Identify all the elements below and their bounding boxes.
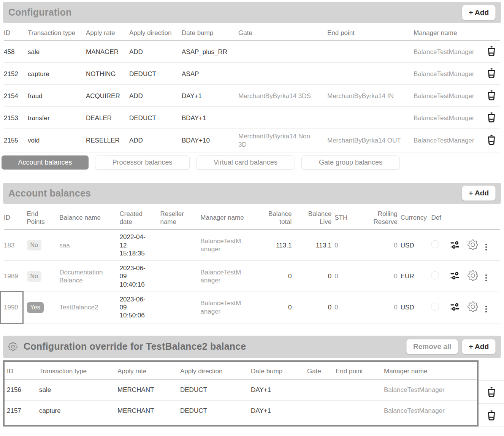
cell-balance-name: saa <box>59 241 104 249</box>
cell-rolling-reserve: 0 <box>358 261 401 292</box>
cell-end-point: MerchantByByrka14 IN <box>327 85 414 107</box>
cell-gate <box>238 107 327 129</box>
col-menu <box>484 204 500 230</box>
cell-transaction-type: void <box>28 129 86 152</box>
balances-tab-bar: Account balances Processor balances Virt… <box>2 155 504 170</box>
table-row: 2152 capture NOTHING DEDUCT ASAP Balance… <box>4 63 500 85</box>
cell-manager-name: BalanceTestManager <box>382 400 477 421</box>
default-radio[interactable] <box>431 240 439 248</box>
cell-manager-name: BalanceTestManager <box>200 237 242 254</box>
cell-reseller-name <box>160 292 200 323</box>
filters-button[interactable] <box>450 271 460 281</box>
col-apply-rate: Apply rate <box>86 23 129 41</box>
tab-virtual-card-balances[interactable]: Virtual card balances <box>196 155 295 170</box>
trash-icon <box>487 90 496 100</box>
trash-icon <box>487 410 496 420</box>
cell-date-bump: DAY+1 <box>182 85 238 107</box>
configuration-table-header: ID Transaction type Apply rate Apply dir… <box>4 23 500 41</box>
col-manager-name: Manager name <box>414 23 483 41</box>
col-rolling-reserve: Rolling Reserve <box>358 204 401 230</box>
table-row: 458 sale MANAGER ADD ASAP_plus_RR Balanc… <box>4 41 500 63</box>
override-highlight-box: ID Transaction type Apply rate Apply dir… <box>3 360 479 426</box>
cell-currency: EUR <box>401 261 431 292</box>
trash-icon <box>487 387 496 397</box>
override-header-bar: Configuration override for TestBalance2 … <box>3 336 501 358</box>
delete-button[interactable] <box>487 45 496 57</box>
delete-button[interactable] <box>487 134 496 146</box>
end-points-badge: Yes <box>27 302 44 313</box>
cell-balance-total: 0 <box>257 292 295 323</box>
cell-end-point: MerchantByByrka14 OUT <box>327 129 414 152</box>
row-menu-button[interactable] <box>484 304 488 314</box>
cell-transaction-type: capture <box>37 400 115 421</box>
cell-transaction-type: capture <box>28 63 86 85</box>
col-actions <box>483 23 500 41</box>
row-menu-button[interactable] <box>484 273 488 282</box>
cell-id: 2155 <box>4 129 28 152</box>
cell-gate <box>305 400 333 421</box>
end-points-badge: No <box>27 271 41 282</box>
col-transaction-type: Transaction type <box>37 362 115 379</box>
col-date-bump: Date bump <box>249 362 305 379</box>
col-created-date: Created date <box>120 204 160 230</box>
col-id: ID <box>4 204 27 230</box>
default-radio[interactable] <box>431 303 439 311</box>
cell-sth: 0 <box>334 292 358 323</box>
delete-button[interactable] <box>487 409 496 421</box>
cell-rolling-reserve: 0 <box>358 230 401 261</box>
configuration-add-button[interactable]: + Add <box>462 5 496 20</box>
gear-icon <box>468 301 478 312</box>
remove-all-button[interactable]: Remove all <box>406 339 458 354</box>
override-title: Configuration override for TestBalance2 … <box>24 341 246 352</box>
delete-button[interactable] <box>487 89 496 101</box>
cell-end-point <box>327 41 414 63</box>
cell-transaction-type: transfer <box>28 107 86 129</box>
table-row-selected: 1990 Yes TestBalance2 2023-06-09 10:50:0… <box>4 292 500 323</box>
cell-balance-name: TestBalance2 <box>59 303 104 311</box>
delete-button[interactable] <box>487 67 496 79</box>
cell-apply-direction: DEDUCT <box>178 379 249 400</box>
cell-reseller-name <box>160 230 200 261</box>
cell-gate <box>305 379 333 400</box>
table-row: 2156 sale MERCHANT DEDUCT DAY+1 BalanceT… <box>5 379 477 400</box>
row-menu-button[interactable] <box>484 243 488 252</box>
filters-button[interactable] <box>450 302 460 312</box>
tab-gate-group-balances[interactable]: Gate group balances <box>301 155 400 170</box>
configuration-title: Configuration <box>8 7 71 18</box>
cell-manager-name: BalanceTestManager <box>414 85 483 107</box>
col-manager-name: Manager name <box>200 204 256 230</box>
override-actions-column <box>479 360 504 426</box>
tab-processor-balances[interactable]: Processor balances <box>95 155 190 170</box>
table-row: 2157 capture MERCHANT DEDUCT DAY+1 Balan… <box>5 400 477 421</box>
cell-date-bump: ASAP_plus_RR <box>182 41 238 63</box>
account-balances-add-button[interactable]: + Add <box>462 185 496 201</box>
col-end-point: End point <box>333 362 382 379</box>
cell-apply-direction: ADD <box>129 129 182 152</box>
cell-created-date: 2023-06-09 10:50:06 <box>120 295 147 320</box>
filters-button[interactable] <box>450 240 460 250</box>
col-sth: STH <box>334 204 358 230</box>
account-balances-table: ID End Points Balance name Created date … <box>4 204 500 323</box>
default-radio[interactable] <box>431 271 439 279</box>
cell-date-bump: BDAY+1 <box>182 107 238 129</box>
end-points-badge: No <box>27 240 41 251</box>
delete-button[interactable] <box>487 111 496 123</box>
cell-balance-live: 0 <box>295 292 334 323</box>
settings-button[interactable] <box>467 301 479 313</box>
override-table-header: ID Transaction type Apply rate Apply dir… <box>5 362 477 379</box>
override-add-button[interactable]: + Add <box>462 339 496 354</box>
cell-balance-name: DocumentationBalance <box>59 268 104 285</box>
cell-apply-direction: DEDUCT <box>178 400 249 421</box>
cell-reseller-name <box>160 261 200 292</box>
cell-id: 183 <box>4 230 27 261</box>
settings-button[interactable] <box>467 270 479 282</box>
col-manager-name: Manager name <box>382 362 477 379</box>
table-row: 2154 fraud ACQUIRER ADD DAY+1 MerchantBy… <box>4 85 500 107</box>
settings-button[interactable] <box>467 239 479 251</box>
delete-button[interactable] <box>487 386 496 398</box>
tab-account-balances[interactable]: Account balances <box>2 155 89 170</box>
cell-apply-direction: ADD <box>129 41 182 63</box>
cell-balance-total: 113.1 <box>257 230 295 261</box>
cell-end-point <box>327 63 414 85</box>
cell-rolling-reserve: 0 <box>358 292 401 323</box>
